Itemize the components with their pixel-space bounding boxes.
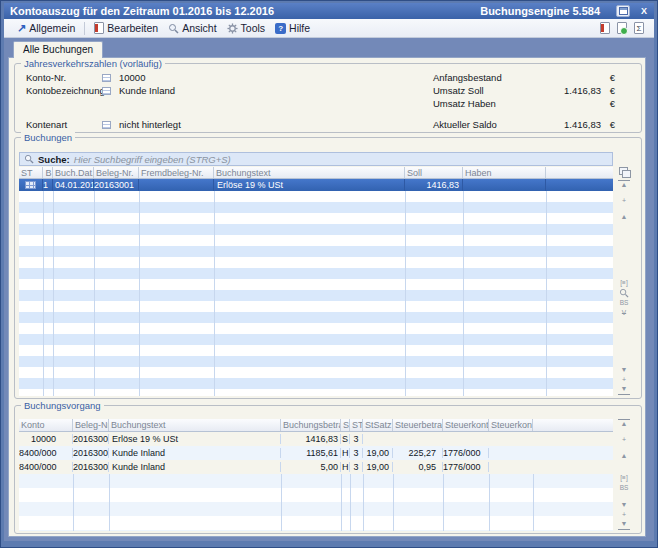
- cell-st: 3: [350, 448, 363, 458]
- scroll-up-icon[interactable]: ▲: [618, 212, 630, 222]
- column-header-empty[interactable]: [546, 167, 613, 178]
- menu-item-tools[interactable]: Tools: [222, 21, 271, 35]
- menu-item-allgemein[interactable]: ↗ Allgemein: [12, 21, 80, 35]
- cell-s: H: [341, 448, 350, 458]
- transaction-row[interactable]: 8400/000 20163001 Kunde Inland 1185,61 H…: [19, 446, 613, 460]
- bookings-side-toolbar: ▲ + ▲ [≡] BS V ▼ + ▼: [616, 167, 632, 395]
- column-header-belegnr[interactable]: Beleg-Nr.: [94, 167, 139, 178]
- form-row-kontenart: Kontenart nicht hinterlegt: [26, 118, 326, 131]
- column-header-steuerbetrag[interactable]: Steuerbetrag: [393, 419, 443, 431]
- field-value: nicht hinterlegt: [119, 119, 181, 130]
- groupbox-title: Buchungsvorgang: [21, 400, 104, 411]
- document-red-icon[interactable]: [600, 22, 610, 34]
- cell-steuerbetrag: 0,95: [393, 462, 443, 472]
- cell-konto: 8400/000: [19, 448, 73, 458]
- document-check-icon[interactable]: [617, 22, 627, 34]
- menu-item-hilfe[interactable]: ? Hilfe: [270, 21, 315, 35]
- field-value: 10000: [119, 72, 145, 83]
- move-up-icon[interactable]: +: [618, 196, 630, 206]
- move-down-icon[interactable]: +: [618, 510, 630, 520]
- zoom-row-icon[interactable]: [619, 288, 629, 298]
- groupbox-buchungsvorgang: Buchungsvorgang Konto Beleg-Nr. Buchungs…: [14, 405, 642, 534]
- tab-page: Jahresverkehrszahlen (vorläufig) Konto-N…: [8, 57, 646, 537]
- cell-belegnr: 20163001: [73, 434, 109, 444]
- menu-label: Hilfe: [289, 22, 310, 34]
- bs-icon[interactable]: BS: [618, 298, 630, 308]
- empty-row: [19, 191, 613, 202]
- column-header-haben[interactable]: Haben: [463, 167, 546, 178]
- search-label: Suche:: [38, 154, 70, 165]
- transaction-row[interactable]: 10000 20163001 Erlöse 19 % USt 1416,83 S…: [19, 432, 613, 446]
- cell-soll: 1416,83: [405, 179, 463, 191]
- scroll-down-icon[interactable]: ▼: [618, 500, 630, 510]
- groupbox-title: Buchungen: [21, 132, 75, 143]
- column-header-st[interactable]: ST: [350, 419, 363, 431]
- menu-label: Bearbeiten: [107, 22, 158, 34]
- bs-icon[interactable]: BS: [618, 483, 630, 493]
- scroll-first-icon[interactable]: ▲: [618, 419, 630, 429]
- cell-buchungstext: Erlöse 19 % USt: [109, 434, 281, 444]
- empty-row: [19, 356, 613, 367]
- search-icon: [24, 154, 34, 164]
- column-header-b[interactable]: B: [43, 167, 53, 178]
- field-value: Kunde Inland: [119, 85, 175, 96]
- restore-window-button[interactable]: [616, 5, 630, 17]
- column-header-steuerkonto2[interactable]: Steuerkonto 2: [489, 419, 533, 431]
- scroll-last-icon[interactable]: ▼: [618, 385, 630, 395]
- field-link-icon: [102, 87, 111, 95]
- columns-icon[interactable]: [≡]: [618, 278, 630, 288]
- column-header-buchdat[interactable]: Buch.Dat.: [53, 167, 94, 178]
- column-header-konto[interactable]: Konto: [19, 419, 73, 431]
- column-header-buchungstext[interactable]: Buchungstext: [109, 419, 281, 431]
- empty-row: [19, 202, 613, 213]
- transaction-row[interactable]: 8400/000 20163001 Kunde Inland 5,00 H 3 …: [19, 460, 613, 474]
- column-header-empty[interactable]: [533, 419, 613, 431]
- empty-row: [19, 235, 613, 246]
- column-header-st[interactable]: ST: [19, 167, 43, 178]
- menu-item-bearbeiten[interactable]: Bearbeiten: [89, 21, 163, 35]
- filter-icon[interactable]: V: [618, 308, 630, 318]
- groupbox-buchungen: Buchungen Suche: Hier Suchbegriff eingeb…: [14, 137, 642, 399]
- empty-row: [19, 323, 613, 334]
- transactions-table-empty[interactable]: [19, 474, 613, 531]
- app-window: Kontoauszug für den Zeitraum 01.2016 bis…: [0, 0, 658, 548]
- transactions-table-body: 10000 20163001 Erlöse 19 % USt 1416,83 S…: [19, 432, 613, 474]
- cell-st: 3: [350, 434, 363, 444]
- copy-icon[interactable]: [619, 167, 629, 176]
- scroll-up-icon[interactable]: ▲: [618, 451, 630, 461]
- column-header-s[interactable]: S: [341, 419, 350, 431]
- column-header-buchungstext[interactable]: Buchungstext: [214, 167, 405, 178]
- cell-empty: [546, 179, 613, 191]
- empty-row: [19, 290, 613, 301]
- scroll-first-icon[interactable]: ▲: [618, 180, 630, 190]
- move-up-icon[interactable]: +: [618, 435, 630, 445]
- column-header-soll[interactable]: Soll: [405, 167, 463, 178]
- groupbox-jahresverkehrszahlen: Jahresverkehrszahlen (vorläufig) Konto-N…: [14, 63, 642, 133]
- field-label: Umsatz Haben: [433, 98, 541, 109]
- columns-icon[interactable]: [≡]: [618, 473, 630, 483]
- scroll-down-icon[interactable]: ▼: [618, 365, 630, 375]
- cell-b: 1: [43, 179, 53, 191]
- column-header-steuerkonto1[interactable]: Steuerkonto 1: [443, 419, 489, 431]
- booking-row-selected[interactable]: 1 04.01.2016 20163001 Erlöse 19 % USt 14…: [19, 179, 613, 191]
- column-header-belegnr[interactable]: Beleg-Nr.: [73, 419, 109, 431]
- bookings-table-body[interactable]: [19, 191, 613, 396]
- empty-row: [19, 345, 613, 356]
- field-label: Anfangsbestand: [433, 72, 541, 83]
- column-header-stsatz[interactable]: StSatz: [363, 419, 393, 431]
- search-input[interactable]: Suche: Hier Suchbegriff eingeben (STRG+S…: [19, 152, 613, 166]
- move-down-icon[interactable]: +: [618, 375, 630, 385]
- menu-item-ansicht[interactable]: Ansicht: [163, 21, 221, 35]
- document-sum-icon[interactable]: Σ: [634, 22, 644, 34]
- field-link-icon: [102, 121, 111, 129]
- transactions-table-header: Konto Beleg-Nr. Buchungstext Buchungsbet…: [19, 419, 613, 432]
- column-header-buchungsbetrag[interactable]: Buchungsbetrag: [281, 419, 341, 431]
- field-label: Aktueller Saldo: [433, 119, 541, 130]
- scroll-last-icon[interactable]: ▼: [618, 520, 630, 530]
- close-window-button[interactable]: X: [638, 6, 650, 16]
- transactions-side-toolbar: ▲ + ▲ [≡] BS ▼ + ▼: [616, 419, 632, 530]
- empty-row: [19, 246, 613, 257]
- bookings-table-header: ST B Buch.Dat. Beleg-Nr. Fremdbeleg-Nr. …: [19, 167, 613, 179]
- column-header-fremdbelegnr[interactable]: Fremdbeleg-Nr.: [139, 167, 214, 178]
- tab-alle-buchungen[interactable]: Alle Buchungen: [13, 41, 103, 58]
